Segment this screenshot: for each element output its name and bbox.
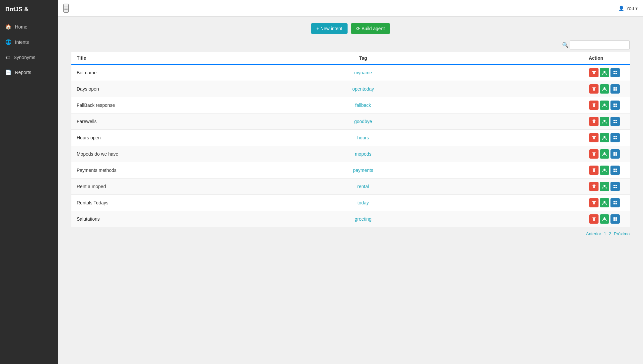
table-row: FallBack response fallback bbox=[71, 97, 630, 113]
svg-rect-14 bbox=[613, 89, 615, 91]
topbar: ≡ 👤 You ▾ bbox=[58, 0, 643, 17]
user-label: You ▾ bbox=[626, 6, 638, 11]
svg-rect-48 bbox=[593, 169, 595, 172]
svg-rect-47 bbox=[615, 154, 617, 156]
delete-button[interactable] bbox=[589, 68, 599, 77]
delete-button[interactable] bbox=[589, 84, 599, 94]
svg-rect-63 bbox=[615, 187, 617, 188]
edit-button[interactable] bbox=[600, 133, 609, 142]
new-intent-button[interactable]: + New intent bbox=[311, 23, 348, 34]
cell-action bbox=[432, 179, 630, 195]
delete-button[interactable] bbox=[589, 101, 599, 110]
config-button[interactable] bbox=[610, 68, 620, 77]
svg-rect-17 bbox=[592, 104, 596, 105]
cell-title: Days open bbox=[71, 81, 294, 97]
svg-point-19 bbox=[603, 104, 605, 106]
delete-button[interactable] bbox=[589, 117, 599, 126]
cell-tag: hours bbox=[294, 130, 432, 146]
sidebar-item-reports[interactable]: 📄 Reports bbox=[0, 65, 58, 80]
svg-rect-74 bbox=[593, 217, 595, 218]
delete-button[interactable] bbox=[589, 182, 599, 191]
config-button[interactable] bbox=[610, 84, 620, 94]
svg-point-51 bbox=[603, 169, 605, 171]
svg-point-3 bbox=[603, 71, 605, 73]
search-row: 🔍 bbox=[71, 40, 630, 49]
build-agent-button[interactable]: ⟳ Build agent bbox=[351, 23, 390, 34]
config-button[interactable] bbox=[610, 166, 620, 175]
edit-button[interactable] bbox=[600, 149, 609, 159]
edit-button[interactable] bbox=[600, 68, 609, 77]
cell-title: Hours open bbox=[71, 130, 294, 146]
cell-title: FallBack response bbox=[71, 97, 294, 113]
pagination-anterior[interactable]: Anterior bbox=[586, 231, 601, 236]
config-button[interactable] bbox=[610, 133, 620, 142]
sidebar-item-home[interactable]: 🏠 Home bbox=[0, 19, 58, 35]
app-logo: BotJS & bbox=[0, 0, 58, 19]
pagination-proximo[interactable]: Próximo bbox=[614, 231, 630, 236]
svg-rect-49 bbox=[592, 169, 596, 170]
svg-rect-25 bbox=[592, 120, 596, 121]
cell-title: Bot name bbox=[71, 64, 294, 81]
action-buttons-row: + New intent ⟳ Build agent bbox=[71, 23, 630, 34]
sidebar-item-synonyms[interactable]: 🏷 Synonyms bbox=[0, 50, 58, 65]
pagination-page1[interactable]: 1 bbox=[604, 231, 606, 236]
svg-rect-33 bbox=[592, 136, 596, 137]
cell-action bbox=[432, 113, 630, 130]
svg-rect-65 bbox=[592, 201, 596, 202]
svg-rect-7 bbox=[615, 73, 617, 74]
config-button[interactable] bbox=[610, 182, 620, 191]
config-button[interactable] bbox=[610, 149, 620, 159]
cell-action bbox=[432, 97, 630, 113]
svg-point-75 bbox=[603, 217, 605, 219]
svg-rect-22 bbox=[613, 106, 615, 107]
sidebar-label-intents: Intents bbox=[15, 39, 29, 45]
delete-button[interactable] bbox=[589, 149, 599, 159]
table-row: Salutations greeting bbox=[71, 211, 630, 227]
table-header-row: Title Tag Action bbox=[71, 52, 630, 64]
svg-rect-62 bbox=[613, 187, 615, 188]
config-button[interactable] bbox=[610, 214, 620, 224]
svg-rect-52 bbox=[613, 169, 615, 170]
sidebar-item-intents[interactable]: 🌐 Intents bbox=[0, 35, 58, 50]
edit-button[interactable] bbox=[600, 198, 609, 207]
delete-button[interactable] bbox=[589, 166, 599, 175]
svg-rect-28 bbox=[613, 120, 615, 121]
svg-rect-61 bbox=[615, 185, 617, 186]
cell-tag: fallback bbox=[294, 97, 432, 113]
delete-button[interactable] bbox=[589, 214, 599, 224]
svg-rect-54 bbox=[613, 171, 615, 172]
svg-rect-5 bbox=[615, 71, 617, 72]
edit-button[interactable] bbox=[600, 101, 609, 110]
config-button[interactable] bbox=[610, 198, 620, 207]
config-button[interactable] bbox=[610, 117, 620, 126]
cell-action bbox=[432, 146, 630, 162]
edit-button[interactable] bbox=[600, 182, 609, 191]
table-row: Payments methods payments bbox=[71, 162, 630, 179]
svg-rect-73 bbox=[592, 218, 596, 218]
svg-rect-2 bbox=[593, 71, 595, 71]
table-row: Rentals Todays today bbox=[71, 195, 630, 211]
config-button[interactable] bbox=[610, 101, 620, 110]
edit-button[interactable] bbox=[600, 84, 609, 94]
pagination-page2[interactable]: 2 bbox=[609, 231, 611, 236]
edit-button[interactable] bbox=[600, 166, 609, 175]
edit-button[interactable] bbox=[600, 214, 609, 224]
cell-action bbox=[432, 211, 630, 227]
search-icon-button[interactable]: 🔍 bbox=[561, 40, 570, 49]
svg-rect-18 bbox=[593, 103, 595, 104]
svg-rect-79 bbox=[615, 219, 617, 221]
svg-rect-64 bbox=[593, 202, 595, 204]
delete-button[interactable] bbox=[589, 133, 599, 142]
edit-button[interactable] bbox=[600, 117, 609, 126]
synonyms-icon: 🏷 bbox=[5, 54, 10, 60]
intents-icon: 🌐 bbox=[5, 39, 12, 45]
cell-title: Mopeds do we have bbox=[71, 146, 294, 162]
user-menu[interactable]: 👤 You ▾ bbox=[618, 6, 638, 11]
pagination: Anterior 1 2 Próximo bbox=[71, 231, 630, 236]
svg-rect-4 bbox=[613, 71, 615, 72]
search-input[interactable] bbox=[570, 40, 630, 49]
delete-button[interactable] bbox=[589, 198, 599, 207]
hamburger-button[interactable]: ≡ bbox=[63, 4, 69, 13]
svg-rect-55 bbox=[615, 171, 617, 172]
table-row: Bot name myname bbox=[71, 64, 630, 81]
